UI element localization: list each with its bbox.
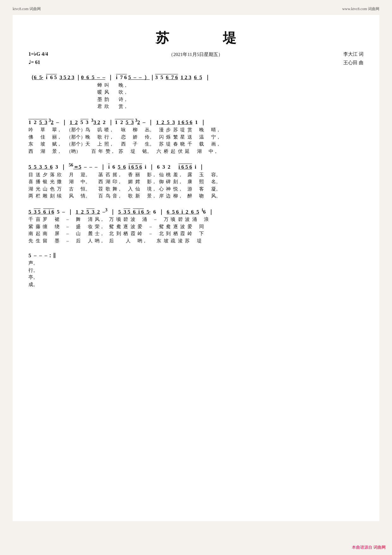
meta-row: 1=♭G 4/4 ♩= 61 （2021年11月5日星期五） 李大江 词 王心田… — [28, 50, 364, 67]
title-area: 苏 堤 — [28, 29, 364, 47]
footer-text: 本曲谱源自 — [352, 545, 372, 550]
tempo-info: ♩= 61 — [28, 58, 48, 66]
date-info: （2021年11月5日星期五） — [168, 52, 223, 58]
score-content: （6 5· i 6 5 3 5 2 3 ｜0 6 5 – – ｜ i 7 6 5… — [28, 73, 364, 295]
footer-site: 词曲网 — [373, 545, 386, 550]
composer: 王心田 曲 — [343, 59, 364, 67]
key-tempo: 1=♭G 4/4 ♩= 61 — [28, 50, 48, 66]
lyricist: 李大江 词 — [343, 50, 364, 59]
key-info: 1=♭G 4/4 — [28, 50, 48, 58]
footer: 本曲谱源自 词曲网 — [352, 545, 386, 550]
content-area: 苏 堤 1=♭G 4/4 ♩= 61 （2021年11月5日星期五） 李大江 词… — [13, 15, 379, 521]
top-bar: ktvc8.com 词曲网 www.ktvc8.com 词曲网 — [13, 6, 379, 12]
site-left: ktvc8.com 词曲网 — [13, 6, 41, 12]
main-title: 苏 堤 — [28, 29, 364, 47]
page: ktvc8.com 词曲网 www.ktvc8.com 词曲网 苏 堤 1=♭G… — [0, 0, 392, 555]
author-info: 李大江 词 王心田 曲 — [343, 50, 364, 67]
site-right: www.ktvc8.com 词曲网 — [342, 6, 379, 12]
